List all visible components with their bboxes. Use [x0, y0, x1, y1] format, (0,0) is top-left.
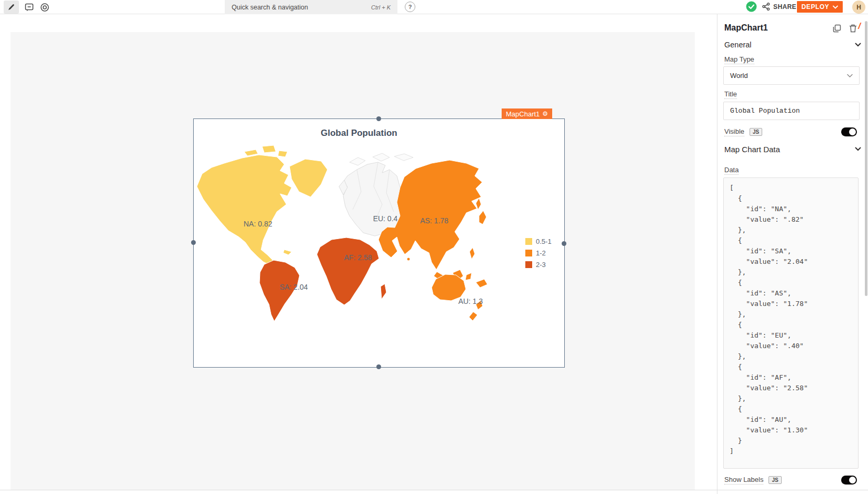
legend-item: 0.5-1	[525, 238, 552, 245]
chart-title: Global Population	[194, 128, 524, 139]
label-AS: AS: 1.78	[420, 216, 448, 225]
section-general[interactable]: General	[724, 39, 861, 51]
code-line: },	[730, 309, 858, 320]
chevron-down-icon	[855, 43, 861, 47]
resize-handle-top[interactable]	[376, 116, 381, 121]
share-label: SHARE	[773, 3, 796, 11]
help-button[interactable]: ?	[405, 2, 415, 12]
search-input[interactable]: Quick search & navigation Ctrl + K	[225, 0, 397, 14]
chevron-down-icon	[847, 74, 853, 78]
question-mark-icon: ?	[408, 4, 412, 10]
avatar[interactable]: H	[852, 1, 865, 14]
expand-editor-icon[interactable]: /	[858, 23, 861, 30]
code-line: }	[730, 436, 858, 446]
comment-icon	[25, 3, 34, 12]
widget-name-tag[interactable]: MapChart1 ⚙	[502, 108, 552, 119]
code-line: "value": ".40"	[730, 341, 858, 351]
label-EU: EU: 0.4	[373, 214, 398, 223]
check-circle-icon	[746, 1, 757, 12]
delete-widget-button[interactable]	[849, 24, 857, 33]
search-placeholder: Quick search & navigation	[232, 4, 308, 11]
code-line: {	[730, 193, 858, 204]
deploy-label: DEPLOY	[802, 3, 830, 11]
code-line: "value": ".82"	[730, 214, 858, 225]
widget-tag-label: MapChart1	[506, 110, 540, 118]
code-line: "id": "EU",	[730, 330, 858, 341]
code-line: {	[730, 404, 858, 414]
data-code-editor[interactable]: [ { "id": "NA", "value": ".82" }, { "id"…	[723, 177, 859, 469]
region-greenland[interactable]	[290, 159, 327, 197]
resize-handle-bottom[interactable]	[376, 364, 381, 369]
avatar-initial: H	[856, 4, 861, 11]
legend-item: 1-2	[525, 250, 552, 256]
duplicate-widget-button[interactable]	[832, 24, 841, 33]
map-type-label: Map Type	[724, 55, 754, 64]
property-panel: MapChart1 General Map Type World Title G…	[717, 14, 868, 494]
saved-status-indicator	[746, 1, 757, 12]
code-line: },	[730, 267, 858, 278]
code-line: ]	[730, 446, 858, 457]
data-label: Data	[724, 166, 739, 175]
region-EU[interactable]	[342, 162, 400, 236]
label-NA: NA: 0.82	[244, 220, 273, 228]
preview-mode-button[interactable]	[39, 2, 49, 12]
chevron-down-icon	[855, 147, 861, 151]
code-line: "id": "AU",	[730, 414, 858, 425]
visible-toggle[interactable]	[841, 127, 857, 136]
chevron-down-icon	[833, 5, 838, 9]
legend-swatch-yellow	[525, 238, 532, 245]
title-label: Title	[724, 90, 737, 99]
label-SA: SA: 2.04	[280, 283, 308, 291]
mapchart-widget[interactable]: Global Population	[194, 119, 564, 367]
legend-item: 2-3	[525, 261, 552, 268]
legend-swatch-red	[525, 261, 532, 268]
region-AF[interactable]	[317, 238, 379, 305]
label-AU: AU: 1.3	[458, 297, 483, 305]
code-line: {	[730, 235, 858, 246]
legend-swatch-orange	[525, 250, 532, 256]
resize-handle-left[interactable]	[191, 240, 196, 245]
region-NA[interactable]	[197, 155, 292, 268]
map-legend: 0.5-1 1-2 2-3	[525, 238, 552, 268]
top-bar: Quick search & navigation Ctrl + K ? SHA…	[0, 0, 868, 14]
resize-handle-right[interactable]	[562, 241, 566, 246]
code-line: "value": "2.58"	[730, 383, 858, 393]
code-line: [	[730, 183, 858, 193]
code-line: {	[730, 362, 858, 372]
map-type-dropdown[interactable]: World	[723, 66, 860, 85]
code-line: "id": "AS",	[730, 288, 858, 299]
gear-icon: ⚙	[542, 110, 548, 117]
copy-icon	[833, 24, 841, 33]
code-line: "id": "NA",	[730, 204, 858, 214]
code-line: "id": "SA",	[730, 246, 858, 256]
code-line: },	[730, 351, 858, 362]
pencil-icon	[7, 3, 15, 11]
deploy-button[interactable]: DEPLOY	[797, 1, 843, 13]
code-line: },	[730, 393, 858, 404]
trash-icon	[849, 24, 857, 33]
title-input[interactable]: Global Population	[723, 102, 860, 120]
code-line: "value": "1.30"	[730, 425, 858, 436]
code-line: {	[730, 278, 858, 288]
show-labels-toggle[interactable]	[841, 476, 857, 485]
code-line: "value": "2.04"	[730, 256, 858, 267]
label-AF: AF: 2.58	[344, 253, 372, 262]
code-line: "id": "AF",	[730, 372, 858, 383]
panel-scrollbar-thumb[interactable]	[865, 21, 867, 296]
comment-mode-button[interactable]	[24, 2, 34, 12]
region-madagascar	[381, 284, 386, 299]
edit-mode-button[interactable]	[4, 1, 19, 14]
code-line: "value": "1.78"	[730, 299, 858, 309]
canvas-bottom-divider	[0, 490, 868, 490]
visible-js-toggle[interactable]: JS	[750, 128, 762, 136]
section-map-chart-data[interactable]: Map Chart Data	[724, 143, 861, 155]
code-line: },	[730, 225, 858, 235]
target-circle-icon	[40, 3, 49, 12]
widget-name-title: MapChart1	[724, 23, 768, 33]
share-button[interactable]: SHARE	[762, 3, 796, 11]
search-shortcut: Ctrl + K	[371, 4, 391, 11]
share-icon	[762, 3, 770, 11]
show-labels-label: Show Labels	[724, 476, 763, 485]
show-labels-js-toggle[interactable]: JS	[769, 476, 781, 484]
visible-label: Visible	[724, 127, 744, 136]
